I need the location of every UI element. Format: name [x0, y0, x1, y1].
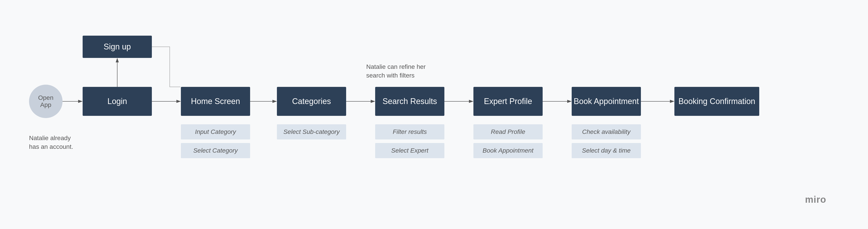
booking-confirmation-box: Booking Confirmation [674, 87, 759, 116]
read-profile-sub: Read Profile [473, 124, 542, 140]
search-results-label: Search Results [382, 97, 437, 106]
select-category-label: Select Category [193, 147, 238, 154]
book-appointment-box: Book Appointment [572, 87, 641, 116]
expert-profile-label: Expert Profile [484, 97, 532, 106]
home-screen-box: Home Screen [181, 87, 250, 116]
select-category-sub: Select Category [181, 143, 250, 158]
select-day-time-sub: Select day & time [572, 143, 641, 158]
login-box: Login [83, 87, 152, 116]
select-expert-label: Select Expert [391, 147, 429, 154]
categories-label: Categories [292, 97, 331, 106]
miro-logo: miro [805, 194, 826, 205]
open-app-node: Open App [29, 85, 63, 118]
book-appointment-label: Book Appointment [574, 97, 639, 106]
open-app-label: Open App [38, 94, 54, 109]
natalie-account-label: Natalie already has an account. [29, 133, 73, 151]
input-category-sub: Input Category [181, 124, 250, 140]
signup-box: Sign up [83, 36, 152, 58]
signup-label: Sign up [104, 42, 131, 51]
input-category-label: Input Category [195, 128, 236, 136]
select-subcategory-sub: Select Sub-category [277, 124, 346, 140]
select-subcategory-label: Select Sub-category [283, 128, 340, 136]
filter-results-label: Filter results [393, 128, 427, 136]
filter-results-sub: Filter results [375, 124, 444, 140]
natalie-refine-label: Natalie can refine her search with filte… [366, 62, 426, 80]
categories-box: Categories [277, 87, 346, 116]
login-label: Login [107, 97, 127, 106]
expert-profile-box: Expert Profile [473, 87, 542, 116]
home-screen-label: Home Screen [191, 97, 240, 106]
select-day-time-label: Select day & time [582, 147, 631, 154]
select-expert-sub: Select Expert [375, 143, 444, 158]
read-profile-label: Read Profile [491, 128, 525, 136]
book-appointment-sub: Book Appointment [473, 143, 542, 158]
booking-confirmation-label: Booking Confirmation [678, 97, 755, 106]
check-availability-sub: Check availability [572, 124, 641, 140]
book-appointment-sub-label: Book Appointment [483, 147, 533, 154]
search-results-box: Search Results [375, 87, 444, 116]
check-availability-label: Check availability [582, 128, 630, 136]
